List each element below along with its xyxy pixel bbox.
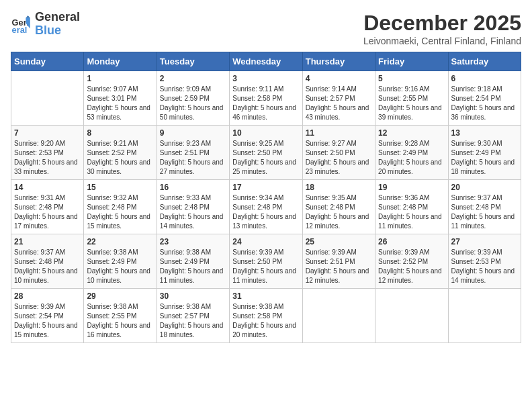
day-number: 24 xyxy=(232,237,299,246)
logo: Gen eral General Blue xyxy=(11,11,80,38)
day-info: Sunrise: 9:18 AMSunset: 2:54 PMDaylight:… xyxy=(451,85,518,122)
calendar-cell: 25Sunrise: 9:39 AMSunset: 2:51 PMDayligh… xyxy=(302,234,375,289)
day-info: Sunrise: 9:09 AMSunset: 2:59 PMDaylight:… xyxy=(160,85,226,122)
header-day-monday: Monday xyxy=(84,52,157,71)
calendar-header-row: SundayMondayTuesdayWednesdayThursdayFrid… xyxy=(11,52,521,71)
calendar-cell: 15Sunrise: 9:32 AMSunset: 2:48 PMDayligh… xyxy=(84,180,157,234)
calendar-cell xyxy=(302,289,375,343)
day-number: 27 xyxy=(451,237,518,246)
calendar-cell: 17Sunrise: 9:34 AMSunset: 2:48 PMDayligh… xyxy=(230,180,302,234)
day-number: 28 xyxy=(14,291,81,301)
calendar-cell: 28Sunrise: 9:39 AMSunset: 2:54 PMDayligh… xyxy=(11,289,84,343)
calendar-cell: 22Sunrise: 9:38 AMSunset: 2:49 PMDayligh… xyxy=(84,234,157,289)
calendar-cell: 27Sunrise: 9:39 AMSunset: 2:53 PMDayligh… xyxy=(448,234,521,289)
header: Gen eral General Blue December 2025 Leiv… xyxy=(11,11,521,46)
day-number: 10 xyxy=(232,128,299,138)
day-number: 19 xyxy=(378,183,445,192)
day-info: Sunrise: 9:32 AMSunset: 2:48 PMDaylight:… xyxy=(87,193,153,231)
day-number: 17 xyxy=(232,183,299,192)
logo-general: General xyxy=(35,11,80,24)
day-info: Sunrise: 9:34 AMSunset: 2:48 PMDaylight:… xyxy=(232,193,299,231)
location-title: Leivonmaeki, Central Finland, Finland xyxy=(363,36,521,46)
header-day-friday: Friday xyxy=(375,52,448,71)
day-info: Sunrise: 9:38 AMSunset: 2:49 PMDaylight:… xyxy=(87,248,153,285)
header-day-wednesday: Wednesday xyxy=(230,52,302,71)
calendar-cell: 23Sunrise: 9:38 AMSunset: 2:49 PMDayligh… xyxy=(157,234,229,289)
day-info: Sunrise: 9:20 AMSunset: 2:53 PMDaylight:… xyxy=(14,139,81,177)
calendar-cell: 29Sunrise: 9:38 AMSunset: 2:55 PMDayligh… xyxy=(84,289,157,343)
day-number: 7 xyxy=(14,128,81,138)
day-number: 4 xyxy=(306,74,372,83)
day-info: Sunrise: 9:33 AMSunset: 2:48 PMDaylight:… xyxy=(160,193,226,231)
calendar-week-1: 1Sunrise: 9:07 AMSunset: 3:01 PMDaylight… xyxy=(11,71,521,126)
day-info: Sunrise: 9:25 AMSunset: 2:50 PMDaylight:… xyxy=(232,139,299,177)
calendar-cell xyxy=(375,289,448,343)
day-info: Sunrise: 9:38 AMSunset: 2:58 PMDaylight:… xyxy=(232,302,299,340)
calendar-cell xyxy=(448,289,521,343)
day-info: Sunrise: 9:38 AMSunset: 2:57 PMDaylight:… xyxy=(160,302,226,340)
day-number: 8 xyxy=(87,128,153,138)
day-number: 15 xyxy=(87,183,153,192)
calendar-cell: 4Sunrise: 9:14 AMSunset: 2:57 PMDaylight… xyxy=(302,71,375,126)
calendar-cell: 19Sunrise: 9:36 AMSunset: 2:48 PMDayligh… xyxy=(375,180,448,234)
day-info: Sunrise: 9:39 AMSunset: 2:54 PMDaylight:… xyxy=(14,302,81,340)
day-number: 20 xyxy=(451,183,518,192)
day-info: Sunrise: 9:16 AMSunset: 2:55 PMDaylight:… xyxy=(378,85,445,122)
logo-blue: Blue xyxy=(35,24,80,38)
day-number: 18 xyxy=(306,183,372,192)
header-day-sunday: Sunday xyxy=(11,52,84,71)
day-info: Sunrise: 9:39 AMSunset: 2:51 PMDaylight:… xyxy=(306,248,372,285)
calendar-table: SundayMondayTuesdayWednesdayThursdayFrid… xyxy=(11,52,521,343)
day-number: 25 xyxy=(306,237,372,246)
calendar-cell: 26Sunrise: 9:39 AMSunset: 2:52 PMDayligh… xyxy=(375,234,448,289)
calendar-cell: 16Sunrise: 9:33 AMSunset: 2:48 PMDayligh… xyxy=(157,180,229,234)
day-number: 21 xyxy=(14,237,81,246)
calendar-cell: 5Sunrise: 9:16 AMSunset: 2:55 PMDaylight… xyxy=(375,71,448,126)
day-info: Sunrise: 9:11 AMSunset: 2:58 PMDaylight:… xyxy=(232,85,299,122)
day-number: 12 xyxy=(378,128,445,138)
calendar-cell: 13Sunrise: 9:30 AMSunset: 2:49 PMDayligh… xyxy=(448,126,521,180)
day-info: Sunrise: 9:23 AMSunset: 2:51 PMDaylight:… xyxy=(160,139,226,177)
calendar-cell: 7Sunrise: 9:20 AMSunset: 2:53 PMDaylight… xyxy=(11,126,84,180)
calendar-cell: 31Sunrise: 9:38 AMSunset: 2:58 PMDayligh… xyxy=(230,289,302,343)
day-number: 6 xyxy=(451,74,518,83)
calendar-cell: 8Sunrise: 9:21 AMSunset: 2:52 PMDaylight… xyxy=(84,126,157,180)
calendar-cell: 1Sunrise: 9:07 AMSunset: 3:01 PMDaylight… xyxy=(84,71,157,126)
day-info: Sunrise: 9:38 AMSunset: 2:49 PMDaylight:… xyxy=(160,248,226,285)
day-number: 16 xyxy=(160,183,226,192)
logo-icon: Gen eral xyxy=(11,13,32,35)
day-info: Sunrise: 9:39 AMSunset: 2:52 PMDaylight:… xyxy=(378,248,445,285)
day-info: Sunrise: 9:36 AMSunset: 2:48 PMDaylight:… xyxy=(378,193,445,231)
day-info: Sunrise: 9:27 AMSunset: 2:50 PMDaylight:… xyxy=(306,139,372,177)
calendar-week-2: 7Sunrise: 9:20 AMSunset: 2:53 PMDaylight… xyxy=(11,126,521,180)
day-info: Sunrise: 9:30 AMSunset: 2:49 PMDaylight:… xyxy=(451,139,518,177)
day-info: Sunrise: 9:39 AMSunset: 2:53 PMDaylight:… xyxy=(451,248,518,285)
day-info: Sunrise: 9:37 AMSunset: 2:48 PMDaylight:… xyxy=(451,193,518,231)
day-number: 5 xyxy=(378,74,445,83)
day-info: Sunrise: 9:35 AMSunset: 2:48 PMDaylight:… xyxy=(306,193,372,231)
calendar-cell: 10Sunrise: 9:25 AMSunset: 2:50 PMDayligh… xyxy=(230,126,302,180)
day-info: Sunrise: 9:31 AMSunset: 2:48 PMDaylight:… xyxy=(14,193,81,231)
calendar-cell: 24Sunrise: 9:39 AMSunset: 2:50 PMDayligh… xyxy=(230,234,302,289)
calendar-cell: 3Sunrise: 9:11 AMSunset: 2:58 PMDaylight… xyxy=(230,71,302,126)
calendar-cell: 20Sunrise: 9:37 AMSunset: 2:48 PMDayligh… xyxy=(448,180,521,234)
day-number: 22 xyxy=(87,237,153,246)
day-info: Sunrise: 9:37 AMSunset: 2:48 PMDaylight:… xyxy=(14,248,81,285)
day-number: 30 xyxy=(160,291,226,301)
calendar-week-3: 14Sunrise: 9:31 AMSunset: 2:48 PMDayligh… xyxy=(11,180,521,234)
day-number: 2 xyxy=(160,74,226,83)
calendar-cell: 14Sunrise: 9:31 AMSunset: 2:48 PMDayligh… xyxy=(11,180,84,234)
calendar-cell: 6Sunrise: 9:18 AMSunset: 2:54 PMDaylight… xyxy=(448,71,521,126)
header-day-saturday: Saturday xyxy=(448,52,521,71)
calendar-week-5: 28Sunrise: 9:39 AMSunset: 2:54 PMDayligh… xyxy=(11,289,521,343)
title-area: December 2025 Leivonmaeki, Central Finla… xyxy=(363,11,521,46)
header-day-thursday: Thursday xyxy=(302,52,375,71)
calendar-cell: 9Sunrise: 9:23 AMSunset: 2:51 PMDaylight… xyxy=(157,126,229,180)
day-number: 26 xyxy=(378,237,445,246)
day-number: 13 xyxy=(451,128,518,138)
day-number: 1 xyxy=(87,74,153,83)
calendar-cell: 2Sunrise: 9:09 AMSunset: 2:59 PMDaylight… xyxy=(157,71,229,126)
day-number: 11 xyxy=(306,128,372,138)
calendar-cell: 30Sunrise: 9:38 AMSunset: 2:57 PMDayligh… xyxy=(157,289,229,343)
day-number: 3 xyxy=(232,74,299,83)
